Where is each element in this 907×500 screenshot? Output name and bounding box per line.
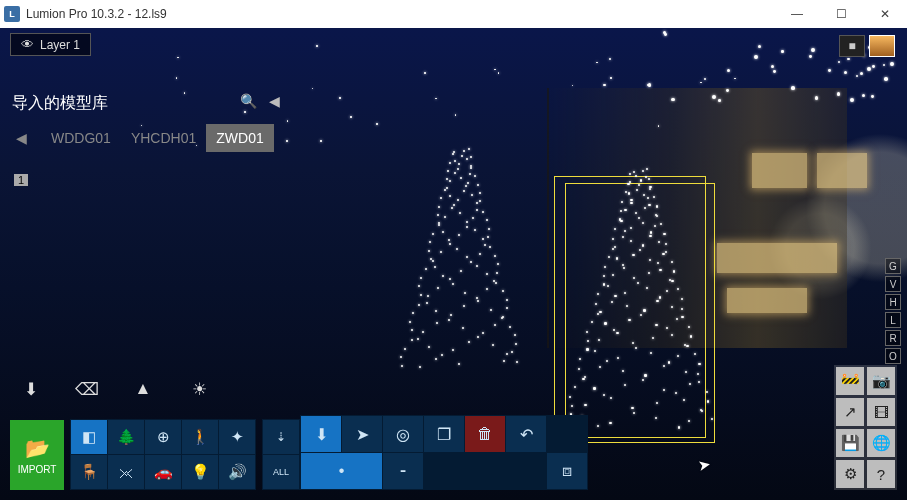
search-icon[interactable]: 🔍	[240, 93, 257, 109]
fence-icon[interactable]: ⩙	[108, 455, 144, 489]
lit-window	[817, 153, 867, 188]
close-library-icon[interactable]: ◀	[269, 93, 280, 109]
line-place-icon[interactable]: ⁃	[383, 453, 423, 489]
camera-thumb[interactable]: ■	[839, 35, 865, 57]
sound-icon[interactable]: 🔊	[219, 455, 255, 489]
nav-letter-h[interactable]: H	[885, 294, 901, 310]
scene-thumb[interactable]	[869, 35, 895, 57]
chair-icon[interactable]: 🪑	[71, 455, 107, 489]
nav-letter-g[interactable]: G	[885, 258, 901, 274]
right-tool-panel: 🚧📷↗🎞💾🌐⚙?	[834, 365, 897, 490]
close-button[interactable]: ✕	[863, 0, 907, 28]
export-icon[interactable]: ↗	[836, 398, 864, 426]
minimize-button[interactable]: —	[775, 0, 819, 28]
delete-icon[interactable]: 🗑	[465, 416, 505, 452]
lit-window	[727, 288, 807, 313]
place-down-icon[interactable]: ⬇	[20, 378, 42, 400]
library-tab[interactable]: WDDG01	[41, 124, 121, 152]
title-bar: L Lumion Pro 10.3.2 - 12.ls9 — ☐ ✕	[0, 0, 907, 28]
nav-letter-o[interactable]: O	[885, 348, 901, 364]
import-button[interactable]: 📂 IMPORT	[10, 420, 64, 490]
cube-icon[interactable]: ◧	[71, 420, 107, 454]
app-icon: L	[4, 6, 20, 22]
placement-tool-panel: ⬇➤◎❐🗑↶•⁃⧈	[300, 415, 588, 490]
eye-icon: 👁	[21, 37, 34, 52]
cursor-icon: ➤	[697, 455, 713, 475]
library-tab[interactable]: ZWD01	[206, 124, 273, 152]
globe-icon[interactable]: 🌐	[867, 429, 895, 457]
place-icon[interactable]: ⬇	[301, 416, 341, 452]
nav-letter-l[interactable]: L	[885, 312, 901, 328]
nav-letter-column: GVHLRO	[885, 258, 901, 364]
library-title: 导入的模型库	[12, 93, 274, 114]
place-down-mini-icon[interactable]: ⇣	[263, 420, 299, 454]
undo-icon[interactable]: ↶	[506, 416, 546, 452]
tools-icon[interactable]: ✦	[219, 420, 255, 454]
blank3	[465, 453, 505, 489]
blank2	[424, 453, 464, 489]
library-tabs: ◀ WDDG01YHCDH01ZWD01	[12, 130, 274, 146]
worker-icon[interactable]: 🚧	[836, 367, 864, 395]
selection-bounding-box	[565, 183, 715, 443]
object-side-column: ⇣ ALL	[262, 419, 300, 490]
library-search-controls: 🔍 ◀	[240, 93, 280, 109]
layer-visibility-button[interactable]: 👁 Layer 1	[10, 33, 91, 56]
nav-letter-r[interactable]: R	[885, 330, 901, 346]
tree-plus-icon[interactable]: ⊕	[145, 420, 181, 454]
library-tab[interactable]: YHCDH01	[121, 124, 206, 152]
single-place-icon[interactable]: •	[301, 453, 382, 489]
walk-icon[interactable]: 🚶	[182, 420, 218, 454]
eraser-icon[interactable]: ⌫	[76, 378, 98, 400]
pointer-icon[interactable]: ➤	[342, 416, 382, 452]
mountain-icon[interactable]: ▲	[132, 378, 154, 400]
object-category-grid: ◧🌲⊕🚶✦🪑⩙🚗💡🔊	[70, 419, 256, 490]
marquee-icon[interactable]: ⧈	[547, 453, 587, 489]
model-library-panel: 导入的模型库 ◀ WDDG01YHCDH01ZWD01	[12, 93, 274, 146]
car-icon[interactable]: 🚗	[145, 455, 181, 489]
import-label: IMPORT	[18, 464, 57, 475]
lit-window	[717, 243, 837, 273]
all-button[interactable]: ALL	[263, 455, 299, 489]
rotate-icon[interactable]: ◎	[383, 416, 423, 452]
mode-row: ⬇⌫▲☀	[20, 378, 210, 400]
camera-icon[interactable]: 📷	[867, 367, 895, 395]
help-icon[interactable]: ?	[867, 460, 895, 488]
lit-window	[752, 153, 807, 188]
blank4	[506, 453, 546, 489]
window-title: Lumion Pro 10.3.2 - 12.ls9	[26, 7, 167, 21]
nav-letter-v[interactable]: V	[885, 276, 901, 292]
view-thumbnail-bar: ■	[839, 35, 895, 57]
gear-icon[interactable]: ⚙	[836, 460, 864, 488]
layer-label: Layer 1	[40, 38, 80, 52]
library-page-indicator[interactable]: 1	[14, 174, 28, 186]
scale-icon[interactable]: ❐	[424, 416, 464, 452]
light-icon[interactable]: 💡	[182, 455, 218, 489]
maximize-button[interactable]: ☐	[819, 0, 863, 28]
folder-open-icon: 📂	[25, 436, 50, 460]
save-icon[interactable]: 💾	[836, 429, 864, 457]
prev-tab-arrow[interactable]: ◀	[12, 130, 31, 146]
bottom-panels: 📂 IMPORT ◧🌲⊕🚶✦🪑⩙🚗💡🔊 ⇣ ALL	[10, 419, 300, 490]
tree-icon[interactable]: 🌲	[108, 420, 144, 454]
film-icon[interactable]: 🎞	[867, 398, 895, 426]
sun-icon[interactable]: ☀	[188, 378, 210, 400]
blank1	[547, 416, 587, 452]
